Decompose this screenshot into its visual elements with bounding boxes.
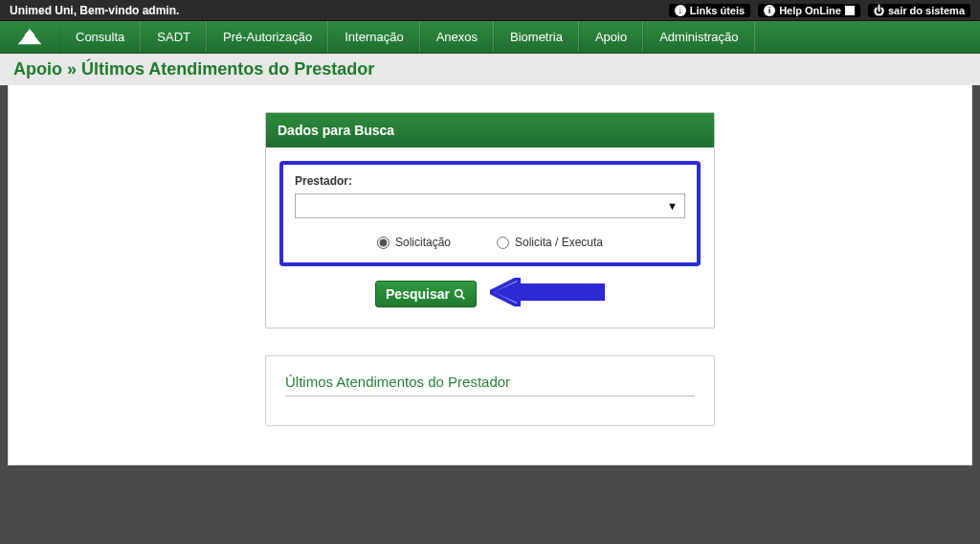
- nav-anexos[interactable]: Anexos: [420, 21, 494, 53]
- radio-solicitacao-label: Solicitação: [395, 236, 451, 249]
- links-uteis-button[interactable]: ↓ Links úteis: [669, 4, 750, 17]
- nav-anexos-label: Anexos: [436, 30, 478, 44]
- radio-solicita-executa-input[interactable]: [497, 237, 509, 249]
- radio-solicitacao-input[interactable]: [377, 237, 390, 249]
- results-panel: Últimos Atendimentos do Prestador: [265, 355, 715, 426]
- svg-line-1: [461, 296, 464, 299]
- help-online-label: Help OnLine: [779, 5, 841, 16]
- links-uteis-label: Links úteis: [690, 5, 745, 16]
- top-bar: Unimed Uni, Bem-vindo admin. ↓ Links úte…: [0, 0, 980, 21]
- welcome-text: Unimed Uni, Bem-vindo admin.: [10, 4, 179, 17]
- radio-solicita-executa-label: Solicita / Executa: [515, 236, 603, 249]
- nav-biometria[interactable]: Biometria: [494, 21, 579, 53]
- radio-solicita-executa[interactable]: Solicita / Executa: [497, 236, 603, 249]
- pesquisar-label: Pesquisar: [386, 286, 450, 302]
- logout-label: sair do sistema: [888, 5, 965, 16]
- nav-consulta-label: Consulta: [76, 30, 124, 44]
- info-icon: i: [764, 5, 775, 16]
- logo-icon: [0, 21, 59, 53]
- nav-pre-autorizacao[interactable]: Pré-Autorização: [207, 21, 328, 53]
- nav-internacao[interactable]: Internação: [328, 21, 419, 53]
- breadcrumb: Apoio » Últimos Atendimentos do Prestado…: [13, 59, 374, 79]
- prestador-label: Prestador:: [295, 174, 685, 188]
- content-panel: Dados para Busca Prestador: ▼ Solicitaçã…: [8, 85, 972, 465]
- nav-biometria-label: Biometria: [510, 30, 563, 44]
- nav-sadt-label: SADT: [157, 30, 190, 44]
- nav-pre-autorizacao-label: Pré-Autorização: [223, 30, 312, 44]
- prestador-select[interactable]: [295, 193, 685, 218]
- button-row: Pesquisar: [279, 278, 701, 310]
- search-panel-body: Prestador: ▼ Solicitação: [266, 147, 714, 328]
- breadcrumb-bar: Apoio » Últimos Atendimentos do Prestado…: [0, 54, 980, 85]
- help-online-button[interactable]: i Help OnLine: [758, 4, 860, 17]
- main-nav: Consulta SADT Pré-Autorização Internação…: [0, 21, 980, 54]
- svg-point-0: [456, 289, 462, 296]
- highlight-box: Prestador: ▼ Solicitação: [279, 161, 701, 266]
- search-icon: [454, 288, 466, 301]
- radio-solicitacao[interactable]: Solicitação: [377, 236, 451, 249]
- prestador-select-wrap: ▼: [295, 193, 685, 218]
- nav-consulta[interactable]: Consulta: [59, 21, 141, 53]
- arrow-left-icon: [490, 278, 605, 310]
- search-panel-header: Dados para Busca: [266, 113, 714, 147]
- pesquisar-button[interactable]: Pesquisar: [375, 281, 477, 307]
- top-links: ↓ Links úteis i Help OnLine ⏻ sair do si…: [669, 4, 970, 17]
- nav-internacao-label: Internação: [345, 30, 403, 44]
- power-icon: ⏻: [874, 5, 884, 16]
- content-wrap: Dados para Busca Prestador: ▼ Solicitaçã…: [0, 85, 980, 465]
- nav-administracao[interactable]: Administração: [643, 21, 754, 53]
- logout-button[interactable]: ⏻ sair do sistema: [868, 4, 970, 17]
- nav-sadt[interactable]: SADT: [141, 21, 207, 53]
- nav-administracao-label: Administração: [659, 30, 738, 44]
- search-panel: Dados para Busca Prestador: ▼ Solicitaçã…: [265, 112, 715, 329]
- down-arrow-icon: ↓: [675, 5, 686, 16]
- results-panel-title: Últimos Atendimentos do Prestador: [285, 374, 695, 397]
- nav-apoio-label: Apoio: [595, 30, 627, 44]
- square-icon: [845, 6, 855, 15]
- nav-apoio[interactable]: Apoio: [579, 21, 643, 53]
- radio-row: Solicitação Solicita / Executa: [295, 236, 685, 249]
